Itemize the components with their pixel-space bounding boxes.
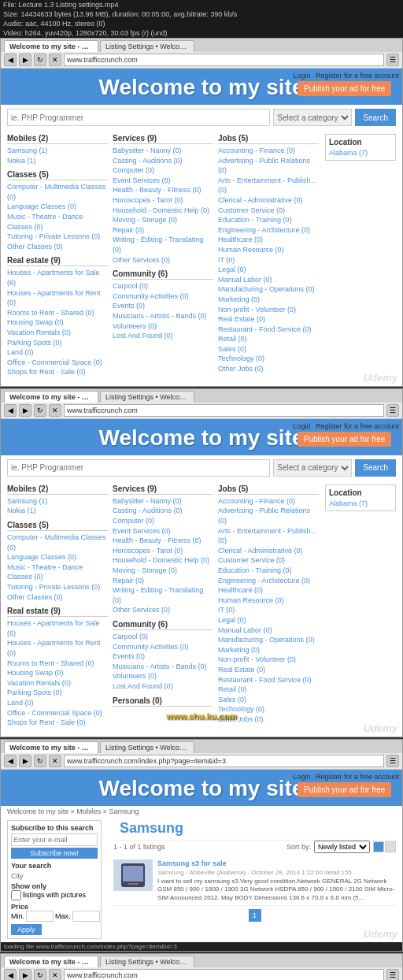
tab-welcome-3[interactable]: Welcome to my site - W... xyxy=(4,741,98,753)
class-item-3[interactable]: Music - Theatre - Dance Classes (0) xyxy=(7,212,108,232)
category-select-2[interactable]: Select a category xyxy=(273,459,352,477)
re-item-4[interactable]: Housing Swap (0) xyxy=(7,317,108,328)
subscribe-btn[interactable]: Subscribe now! xyxy=(11,848,98,859)
j2-item-20[interactable]: Technology (0) xyxy=(218,704,319,715)
svc-item-3[interactable]: Computer (0) xyxy=(113,165,213,176)
back-btn-2[interactable]: ◀ xyxy=(4,404,17,417)
m2-nokia[interactable]: Nokia (1) xyxy=(7,506,108,516)
job-item-12[interactable]: Manual Labor (0) xyxy=(218,275,319,285)
login-link-1[interactable]: Login xyxy=(293,72,310,80)
listing-title-1[interactable]: Samsung s3 for sale xyxy=(157,859,396,867)
job-item-19[interactable]: Sales (0) xyxy=(218,344,319,355)
s2-item-9[interactable]: Repair (0) xyxy=(113,576,213,586)
r2-item-1[interactable]: Houses - Apartments for Sale (6) xyxy=(7,618,108,638)
s2-item-8[interactable]: Moving - Storage (0) xyxy=(113,566,213,576)
login-link-3[interactable]: Login xyxy=(293,773,310,781)
s2-item-1[interactable]: Babysitter - Nanny (0) xyxy=(113,496,213,507)
j2-item-8[interactable]: Healthcare (0) xyxy=(218,585,319,596)
mobiles-samsung-1[interactable]: Samsung (1) xyxy=(7,146,108,156)
c2-item-1[interactable]: Computer - Multimedia Classes (0) xyxy=(7,533,108,552)
r2-item-8[interactable]: Office - Commercial Space (0) xyxy=(7,708,108,718)
class-item-5[interactable]: Other Classes (0) xyxy=(7,242,108,252)
s2-item-3[interactable]: Computer (0) xyxy=(113,516,213,526)
list-view-btn[interactable] xyxy=(385,841,396,852)
login-link-2[interactable]: Login xyxy=(293,422,310,430)
tab-welcome-1[interactable]: Welcome to my site - W... xyxy=(4,40,98,52)
j2-item-19[interactable]: Sales (0) xyxy=(218,695,319,705)
job-item-7[interactable]: Engineering - Architecture (0) xyxy=(218,225,319,236)
re-item-2[interactable]: Houses - Apartments for Rent (0) xyxy=(7,288,108,308)
re-item-6[interactable]: Parking Spots (0) xyxy=(7,338,108,348)
stop-btn-4[interactable]: ✕ xyxy=(49,969,61,980)
r2-item-6[interactable]: Parking Spots (0) xyxy=(7,688,108,698)
r2-item-7[interactable]: Land (0) xyxy=(7,698,108,708)
publish-btn-3[interactable]: Publish your ad for free xyxy=(298,782,391,797)
co2-item-5[interactable]: Volunteers (0) xyxy=(113,671,213,681)
r2-item-2[interactable]: Houses - Apartments for Rent (0) xyxy=(7,638,108,658)
m2-samsung[interactable]: Samsung (1) xyxy=(7,496,108,507)
re-item-7[interactable]: Land (0) xyxy=(7,347,108,358)
job-item-13[interactable]: Manufacturing - Operations (0) xyxy=(218,284,319,295)
class-item-4[interactable]: Tutoring - Private Lessons (0) xyxy=(7,232,108,242)
svc-item-8[interactable]: Moving - Storage (0) xyxy=(113,215,213,225)
s2-item-10[interactable]: Writing - Editing - Translating (0) xyxy=(113,585,213,605)
search-btn-2[interactable]: Search xyxy=(355,459,396,477)
j2-item-13[interactable]: Manufacturing - Operations (0) xyxy=(218,635,319,645)
register-link-3[interactable]: Register for a free account xyxy=(316,773,399,781)
tab-welcome-4[interactable]: Welcome to my site - W... xyxy=(4,956,98,967)
j2-item-17[interactable]: Restaurant - Food Service (0) xyxy=(218,675,319,685)
register-link-1[interactable]: Register for a free account xyxy=(316,72,399,80)
comm-item-2[interactable]: Community Activities (0) xyxy=(113,291,213,302)
menu-btn-2[interactable]: ☰ xyxy=(386,404,399,417)
tab-listing-4[interactable]: Listing Settings • Welcom... xyxy=(100,956,194,967)
job-item-10[interactable]: IT (0) xyxy=(218,255,319,265)
c2-item-4[interactable]: Tutoring - Private Lessons (0) xyxy=(7,582,108,592)
max-input[interactable] xyxy=(72,911,100,922)
c2-item-2[interactable]: Language Classes (0) xyxy=(7,552,108,562)
s2-item-2[interactable]: Casting - Auditions (0) xyxy=(113,506,213,516)
page-num-1[interactable]: 1 xyxy=(249,909,261,922)
tab-listing-3[interactable]: Listing Settings • Welcom... xyxy=(100,741,194,753)
j2-item-4[interactable]: Clerical - Administrative (0) xyxy=(218,546,319,556)
c2-item-3[interactable]: Music - Theatre - Dance Classes (0) xyxy=(7,562,108,582)
j2-item-3[interactable]: Arts - Entertainment - Publish... (0) xyxy=(218,526,319,546)
forward-btn-3[interactable]: ▶ xyxy=(19,755,31,767)
j2-item-6[interactable]: Education - Training (0) xyxy=(218,566,319,576)
back-btn-4[interactable]: ◀ xyxy=(4,969,17,980)
svc-item-2[interactable]: Casting - Auditions (0) xyxy=(113,156,213,166)
address-bar-3[interactable] xyxy=(64,755,384,767)
re-item-5[interactable]: Vacation Rentals (0) xyxy=(7,328,108,338)
mobiles-nokia-1[interactable]: Nokia (1) xyxy=(7,156,108,166)
address-bar-1[interactable] xyxy=(64,54,384,66)
tab-welcome-2[interactable]: Welcome to my site - W... xyxy=(4,391,98,403)
reload-btn-2[interactable]: ↻ xyxy=(34,404,46,417)
j2-item-5[interactable]: Customer Service (0) xyxy=(218,555,319,566)
search-input-1[interactable] xyxy=(7,109,270,126)
job-item-18[interactable]: Retail (0) xyxy=(218,334,319,344)
tab-listing-2[interactable]: Listing Settings • Welcom... xyxy=(100,391,194,403)
re-item-8[interactable]: Office - Commercial Space (0) xyxy=(7,358,108,368)
back-btn-3[interactable]: ◀ xyxy=(4,755,17,767)
j2-item-16[interactable]: Real Estate (0) xyxy=(218,665,319,675)
r2-item-9[interactable]: Shops for Rent - Sale (0) xyxy=(7,718,108,728)
co2-item-6[interactable]: Lost And Found (0) xyxy=(113,681,213,692)
min-input[interactable] xyxy=(26,911,54,922)
j2-item-15[interactable]: Non-profit - Volunteer (0) xyxy=(218,655,319,665)
r2-item-3[interactable]: Rooms to Rent - Shared (0) xyxy=(7,659,108,669)
job-item-16[interactable]: Real Estate (0) xyxy=(218,314,319,325)
re-item-3[interactable]: Rooms to Rent - Shared (0) xyxy=(7,308,108,318)
svc-item-4[interactable]: Event Services (0) xyxy=(113,176,213,186)
tab-listing-1[interactable]: Listing Settings • Welcom... xyxy=(100,40,194,52)
svc-item-6[interactable]: Horoscopes - Tarot (0) xyxy=(113,195,213,206)
job-item-1[interactable]: Accounting - Finance (0) xyxy=(218,146,319,156)
job-item-5[interactable]: Customer Service (0) xyxy=(218,206,319,216)
co2-item-1[interactable]: Carpool (0) xyxy=(113,632,213,642)
location-item-1[interactable]: Alabama (7) xyxy=(329,149,392,157)
address-bar-4[interactable] xyxy=(64,969,384,980)
pictures-checkbox[interactable] xyxy=(11,890,21,900)
search-btn-1[interactable]: Search xyxy=(355,109,396,126)
comm-item-6[interactable]: Lost And Found (0) xyxy=(113,331,213,341)
comm-item-1[interactable]: Carpool (0) xyxy=(113,281,213,291)
j2-item-12[interactable]: Manual Labor (0) xyxy=(218,625,319,636)
class-item-2[interactable]: Language Classes (0) xyxy=(7,202,108,212)
